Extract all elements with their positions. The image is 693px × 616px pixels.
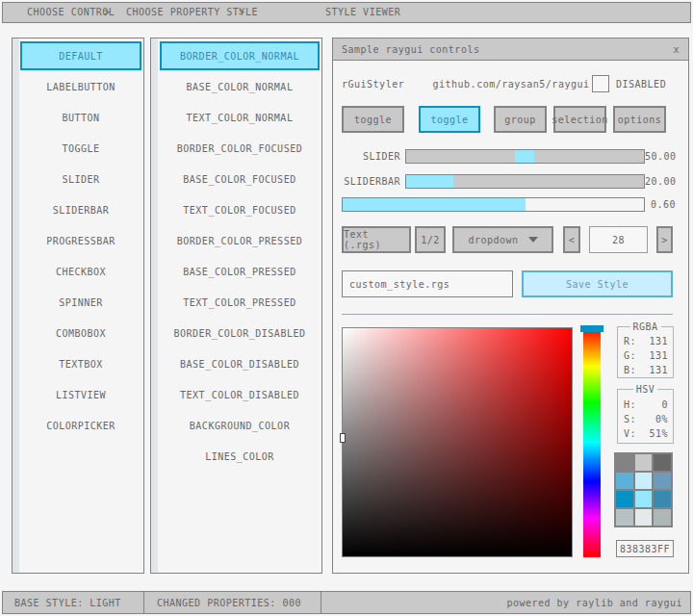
control-item-labelbutton[interactable]: LABELBUTTON: [20, 72, 141, 101]
slider-value: 50.00: [645, 149, 676, 164]
dropdown-select[interactable]: dropdown: [452, 226, 553, 253]
breadcrumb-choose-control: CHOOSE CONTROL: [27, 3, 115, 24]
window-titlebar[interactable]: Sample raygui controls x: [333, 38, 688, 61]
property-item-border-color-pressed[interactable]: BORDER_COLOR_PRESSED: [160, 226, 320, 255]
style-viewer-window: Sample raygui controls x rGuiStyler gith…: [332, 38, 689, 574]
hex-value-input[interactable]: 838383FF: [616, 540, 674, 557]
hue-marker[interactable]: [580, 325, 603, 332]
control-item-colorpicker[interactable]: COLORPICKER: [20, 411, 141, 440]
sliderbar-fill: [406, 175, 453, 188]
base-style-label: BASE STYLE: LIGHT: [14, 598, 121, 608]
properties-list-panel: BORDER_COLOR_NORMAL BASE_COLOR_NORMAL TE…: [150, 38, 322, 574]
close-icon[interactable]: x: [673, 44, 680, 55]
property-item-base-color-pressed[interactable]: BASE_COLOR_PRESSED: [160, 257, 320, 286]
color-swatch[interactable]: [635, 454, 653, 471]
control-item-listview[interactable]: LISTVIEW: [20, 380, 141, 409]
slider-handle[interactable]: [515, 150, 534, 163]
slider[interactable]: [405, 149, 645, 164]
scrollbar-track[interactable]: [151, 38, 158, 573]
color-swatch[interactable]: [616, 473, 633, 489]
spinner-decrement-button[interactable]: <: [563, 226, 580, 253]
color-picker-cursor[interactable]: [340, 433, 346, 443]
color-swatch[interactable]: [635, 491, 653, 507]
save-style-button[interactable]: Save Style: [522, 270, 673, 297]
window-title: Sample raygui controls: [342, 44, 479, 55]
color-swatch[interactable]: [654, 473, 671, 489]
property-item-base-color-normal[interactable]: BASE_COLOR_NORMAL: [160, 72, 320, 101]
rgba-g-label: G:: [624, 350, 636, 361]
rgba-g-value: 131: [649, 350, 668, 361]
toggle-options-button[interactable]: options: [613, 106, 666, 133]
disabled-checkbox-label: DISABLED: [616, 75, 666, 92]
control-item-checkbox[interactable]: CHECKBOX: [20, 257, 141, 286]
chevron-down-icon: [528, 237, 538, 243]
hsv-v-label: V:: [624, 428, 636, 439]
property-item-border-color-disabled[interactable]: BORDER_COLOR_DISABLED: [160, 319, 320, 347]
toggle-selection-button[interactable]: selection: [553, 106, 606, 133]
hsv-groupbox: HSV H: 0 S: 0% V: 51%: [617, 389, 674, 444]
sliderbar-label: SLIDERBAR: [333, 174, 400, 189]
scrollbar-track[interactable]: [13, 38, 19, 573]
color-swatch[interactable]: [654, 454, 671, 471]
property-item-border-color-normal[interactable]: BORDER_COLOR_NORMAL: [160, 41, 320, 70]
control-item-sliderbar[interactable]: SLIDERBAR: [20, 195, 141, 224]
progress-value: 0.60: [645, 197, 676, 212]
control-item-spinner[interactable]: SPINNER: [20, 288, 141, 317]
sliderbar-value: 20.00: [645, 174, 676, 189]
load-rgs-button[interactable]: Text (.rgs): [342, 226, 411, 253]
property-item-background-color[interactable]: BACKGROUND_COLOR: [160, 411, 320, 440]
hsv-title: HSV: [633, 384, 658, 395]
property-item-base-color-disabled[interactable]: BASE_COLOR_DISABLED: [160, 349, 320, 378]
dropdown-label: dropdown: [468, 235, 518, 245]
property-item-lines-color[interactable]: LINES_COLOR: [160, 442, 320, 471]
property-item-base-color-focused[interactable]: BASE_COLOR_FOCUSED: [160, 165, 320, 193]
statusbar-changed-properties: CHANGED PROPERTIES: 000: [143, 591, 321, 614]
toggle-button-active[interactable]: toggle: [419, 106, 480, 133]
color-swatch[interactable]: [654, 491, 671, 507]
spinner-increment-button[interactable]: >: [656, 226, 673, 253]
progress-bar-fill: [343, 198, 526, 211]
color-picker-sv-square[interactable]: [342, 327, 573, 557]
control-item-toggle[interactable]: TOGGLE: [20, 134, 141, 163]
rgba-title: RGBA: [629, 321, 660, 332]
control-item-combobox[interactable]: COMBOBOX: [20, 319, 141, 347]
style-color-grid: [614, 452, 673, 527]
statusbar-base-style: BASE STYLE: LIGHT: [2, 591, 144, 614]
filename-input[interactable]: custom_style.rgs: [342, 270, 513, 297]
color-swatch[interactable]: [654, 509, 671, 526]
toggle-group-button[interactable]: group: [494, 106, 547, 133]
property-item-text-color-focused[interactable]: TEXT_COLOR_FOCUSED: [160, 195, 320, 224]
color-swatch[interactable]: [635, 509, 653, 526]
sliderbar[interactable]: [405, 174, 645, 189]
control-item-button[interactable]: BUTTON: [20, 103, 141, 132]
spinner-value-box[interactable]: 28: [589, 226, 648, 253]
changed-properties-label: CHANGED PROPERTIES: 000: [157, 598, 301, 608]
toggle-button[interactable]: toggle: [342, 106, 404, 133]
rgba-b-label: B:: [624, 365, 636, 375]
color-swatch[interactable]: [635, 473, 653, 489]
slider-label: SLIDER: [333, 149, 400, 164]
property-item-text-color-disabled[interactable]: TEXT_COLOR_DISABLED: [160, 380, 320, 409]
color-swatch[interactable]: [616, 509, 633, 526]
control-item-textbox[interactable]: TEXTBOX: [20, 349, 141, 378]
rgba-r-label: R:: [624, 336, 636, 346]
rgba-r-value: 131: [649, 336, 668, 346]
property-item-text-color-pressed[interactable]: TEXT_COLOR_PRESSED: [160, 288, 320, 317]
disabled-checkbox[interactable]: [592, 75, 609, 92]
control-item-slider[interactable]: SLIDER: [20, 165, 141, 193]
color-swatch[interactable]: [616, 454, 633, 471]
property-item-text-color-normal[interactable]: TEXT_COLOR_NORMAL: [160, 103, 320, 132]
hsv-h-value: 0: [661, 399, 668, 410]
property-item-border-color-focused[interactable]: BORDER_COLOR_FOCUSED: [160, 134, 320, 163]
rguistyler-app: CHOOSE CONTROL > CHOOSE PROPERTY STYLE >…: [0, 0, 693, 616]
hsv-s-label: S:: [624, 414, 636, 424]
rgba-b-value: 131: [649, 365, 668, 375]
control-item-default[interactable]: DEFAULT: [20, 41, 141, 70]
hsv-h-label: H:: [624, 399, 636, 410]
control-item-progressbar[interactable]: PROGRESSBAR: [20, 226, 141, 255]
half-toggle-button[interactable]: 1/2: [415, 226, 446, 253]
hue-bar[interactable]: [583, 327, 601, 557]
color-swatch[interactable]: [616, 491, 633, 507]
chevron-right-icon: >: [239, 3, 245, 24]
breadcrumb-style-viewer: STYLE VIEWER: [325, 3, 400, 24]
